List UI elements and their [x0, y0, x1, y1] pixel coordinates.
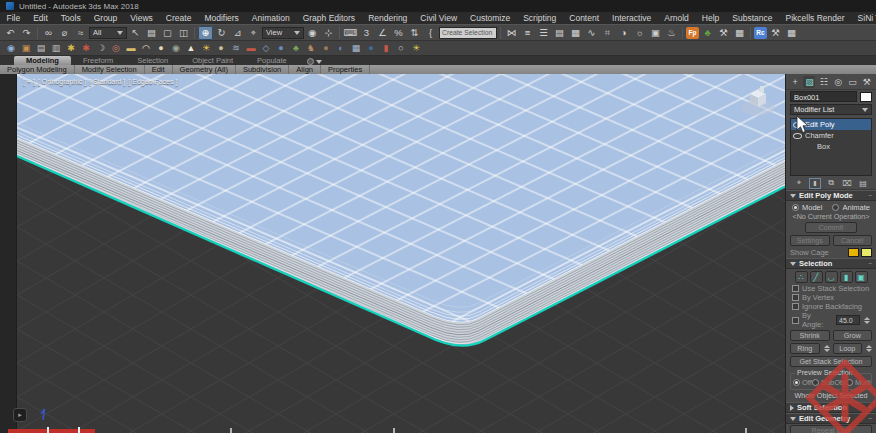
plugin-hammer-icon[interactable]: ⚒ — [716, 26, 731, 40]
ribbon-group-polygon-modeling[interactable]: Polygon Modeling — [0, 65, 75, 74]
rendered-frame-icon[interactable]: ▣ — [648, 26, 663, 40]
show-end-result-button[interactable]: ‖ — [809, 178, 821, 189]
menu-help[interactable]: Help — [695, 12, 725, 24]
cage-selected-color-swatch[interactable] — [861, 248, 872, 257]
tree-icon[interactable]: ♣ — [289, 42, 303, 55]
ring-icon[interactable]: ○ — [394, 42, 408, 55]
select-link-icon[interactable]: ∞ — [41, 26, 56, 40]
ribbon-group-edit[interactable]: Edit — [145, 65, 173, 74]
viewport-shading-menu[interactable]: [ Standard ] — [89, 78, 125, 85]
by-angle-checkbox[interactable] — [792, 317, 799, 324]
menu-group[interactable]: Group — [87, 12, 124, 24]
ribbon-group-subdivision[interactable]: Subdivision — [236, 65, 289, 74]
spinner-control[interactable] — [864, 317, 870, 324]
dot-icon[interactable]: ● — [364, 42, 378, 55]
stack-item-box[interactable]: Box — [791, 141, 871, 152]
list-view-icon[interactable]: ▤ — [34, 42, 48, 55]
spray-icon[interactable]: ✱ — [64, 42, 78, 55]
render-production-icon[interactable]: ♨ — [664, 26, 679, 40]
border-subobject-icon[interactable]: ◡ — [825, 271, 838, 283]
select-and-place-icon[interactable]: ⌖ — [246, 26, 261, 40]
menu-civil-view[interactable]: Civil View — [414, 12, 464, 24]
image-plane-icon[interactable]: ▣ — [19, 42, 33, 55]
menu-customize[interactable]: Customize — [464, 12, 517, 24]
ribbon-group-geometry-all[interactable]: Geometry (All) — [173, 65, 236, 74]
viewport-general-menu[interactable]: [ + ] — [23, 78, 35, 85]
settings-button[interactable]: Settings — [790, 235, 830, 246]
lamp-icon[interactable]: ☀ — [409, 42, 423, 55]
viewport-canvas[interactable] — [17, 74, 786, 433]
overlay-expand-button[interactable]: ▸ — [13, 408, 27, 422]
select-object-icon[interactable]: ↖ — [128, 26, 143, 40]
brush-icon[interactable]: ✱ — [79, 42, 93, 55]
commit-button[interactable]: Commit — [805, 222, 857, 233]
vertex-subobject-icon[interactable]: ∴ — [795, 271, 808, 283]
rollout-edit-poly-mode[interactable]: Edit Poly Mode − — [786, 190, 876, 201]
ring-button[interactable]: Ring — [790, 343, 820, 354]
ribbon-tab-modeling[interactable]: Modeling — [14, 56, 71, 65]
undo-icon[interactable]: ↶ — [3, 26, 18, 40]
keyboard-override-icon[interactable]: ⌨ — [343, 26, 358, 40]
hierarchy-tab[interactable]: ☷ — [818, 76, 830, 88]
ribbon-group-align[interactable]: Align — [289, 65, 321, 74]
cells-icon[interactable]: ▦ — [349, 42, 363, 55]
window-crossing-icon[interactable]: ◫ — [176, 26, 191, 40]
plugin-grid-icon[interactable]: ▦ — [732, 26, 747, 40]
object-name-field[interactable]: Box001 — [790, 91, 857, 102]
ignore-backfacing-checkbox[interactable]: Ignore Backfacing — [786, 302, 876, 311]
make-unique-button[interactable]: ⧉ — [825, 178, 837, 189]
cancel-button[interactable]: Cancel — [833, 235, 873, 246]
loop-button[interactable]: Loop — [833, 343, 863, 354]
menu-interactive[interactable]: Interactive — [606, 12, 658, 24]
menu-pikcells-render[interactable]: Pikcells Render — [779, 12, 851, 24]
mirror-icon[interactable]: ⋈ — [504, 26, 519, 40]
planet-icon[interactable]: ◐ — [334, 42, 348, 55]
use-stack-selection-checkbox[interactable]: Use Stack Selection — [786, 284, 876, 293]
select-and-scale-icon[interactable]: ⊿ — [230, 26, 245, 40]
eyeball-icon[interactable]: ◉ — [169, 42, 183, 55]
menu-arnold[interactable]: Arnold — [658, 12, 696, 24]
select-and-rotate-icon[interactable]: ↻ — [214, 26, 229, 40]
ribbon-group-modify-selection[interactable]: Modify Selection — [75, 65, 145, 74]
forest-tools-icon[interactable]: ♣ — [700, 26, 715, 40]
ribbon-tab-populate[interactable]: Populate — [245, 56, 299, 65]
menu-file[interactable]: File — [0, 12, 27, 24]
isolate-eye-icon[interactable]: ◉ — [4, 42, 18, 55]
by-vertex-checkbox[interactable]: By Vertex — [786, 293, 876, 302]
ribbon-tab-freeform[interactable]: Freeform — [71, 56, 125, 65]
cage-color-swatch[interactable] — [848, 248, 859, 257]
align-icon[interactable]: ≡ — [520, 26, 535, 40]
create-tab[interactable]: + — [789, 76, 801, 88]
configure-modifier-sets-button[interactable]: ▤ — [857, 178, 869, 189]
wireframe-icon[interactable]: ◇ — [259, 42, 273, 55]
remove-modifier-button[interactable]: ⌧ — [841, 178, 853, 189]
percent-snap-icon[interactable]: % — [391, 26, 406, 40]
menu-content[interactable]: Content — [563, 12, 606, 24]
playhead-marker[interactable] — [78, 427, 80, 433]
grow-button[interactable]: Grow — [833, 330, 873, 341]
viewport-perframe-menu[interactable]: [ Edged Faces ] — [128, 78, 177, 85]
globe-icon[interactable]: ● — [274, 42, 288, 55]
ribbon-tab-object-paint[interactable]: Object Paint — [180, 56, 245, 65]
redo-icon[interactable]: ↷ — [19, 26, 34, 40]
menu-views[interactable]: Views — [124, 12, 160, 24]
menu-edit[interactable]: Edit — [27, 12, 55, 24]
reference-coordinate-dropdown[interactable]: View — [262, 27, 304, 39]
curve-editor-icon[interactable]: ∿ — [584, 26, 599, 40]
edge-subobject-icon[interactable]: ╱ — [810, 271, 823, 283]
animal-icon[interactable]: ♞ — [304, 42, 318, 55]
ball-primitive-icon[interactable]: ● — [214, 42, 228, 55]
capsule-icon[interactable]: ▬ — [244, 42, 258, 55]
star-primitive-icon[interactable]: ☀ — [199, 42, 213, 55]
box-primitive-icon[interactable]: ▬ — [124, 42, 138, 55]
unlink-selection-icon[interactable]: ⌀ — [57, 26, 72, 40]
polygon-subobject-icon[interactable]: ▮ — [840, 271, 853, 283]
railclone-tools-icon[interactable]: ⚒ — [768, 26, 783, 40]
menu-substance[interactable]: Substance — [726, 12, 779, 24]
thermometer-icon[interactable]: ▮ — [379, 42, 393, 55]
use-pivot-center-icon[interactable]: ◉ — [305, 26, 320, 40]
by-angle-field[interactable]: 45.0 — [836, 315, 860, 325]
select-and-manipulate-icon[interactable]: ⊹ — [321, 26, 336, 40]
shrink-button[interactable]: Shrink — [790, 330, 830, 341]
display-tab[interactable]: ▭ — [846, 76, 858, 88]
